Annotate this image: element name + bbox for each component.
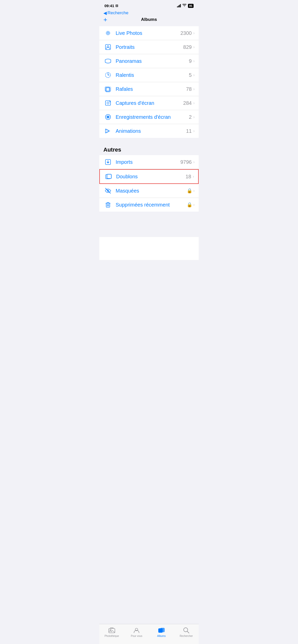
status-time: 09:41 ⊟	[104, 4, 118, 8]
chevron-right-icon: ›	[193, 31, 195, 35]
list-item[interactable]: Masquées 🔒 ›	[99, 184, 199, 198]
rafales-icon	[103, 85, 113, 93]
live-photos-icon	[103, 30, 113, 37]
page-title: Albums	[141, 17, 157, 22]
back-button[interactable]: ◀ Recherche	[103, 10, 195, 16]
doublons-list-item[interactable]: Doublons 18 ›	[99, 169, 199, 184]
item-label: Supprimées récemment	[116, 202, 187, 208]
battery-indicator: 85	[188, 4, 194, 8]
item-label: Enregistrements d'écran	[116, 114, 189, 120]
list-item[interactable]: Ralentis 5 ›	[99, 68, 199, 82]
svg-marker-16	[106, 129, 110, 133]
svg-point-12	[110, 101, 111, 102]
imports-icon	[103, 158, 113, 166]
item-label: Live Photos	[116, 30, 180, 36]
list-item[interactable]: Captures d'écran 284 ›	[99, 96, 199, 110]
chevron-right-icon: ›	[193, 160, 195, 164]
autres-label: Autres	[103, 147, 121, 153]
svg-point-11	[107, 102, 109, 104]
battery-level: 85	[189, 4, 192, 7]
time-label: 09:41	[104, 4, 114, 8]
item-label: Animations	[116, 128, 186, 134]
back-chevron-icon: ◀	[103, 11, 107, 15]
status-icons: 85	[177, 4, 194, 8]
add-album-button[interactable]: +	[103, 16, 107, 23]
item-label: Portraits	[116, 44, 183, 50]
item-count: 11	[186, 128, 192, 134]
item-label: Ralentis	[116, 72, 189, 78]
svg-rect-10	[105, 101, 111, 105]
item-count: 829	[183, 44, 192, 50]
item-label: Panoramas	[116, 58, 189, 64]
item-count: 284	[183, 100, 192, 106]
chevron-right-icon: ›	[193, 188, 195, 193]
masquees-icon	[103, 187, 113, 194]
media-types-section: Live Photos 2300 › Portraits 829 ›	[99, 26, 199, 138]
captures-icon	[103, 99, 113, 107]
svg-rect-21	[107, 174, 111, 179]
item-count: 18	[185, 174, 191, 180]
nav-bar: ◀ Recherche + Albums	[99, 9, 199, 26]
nav-title-row: + Albums	[103, 16, 195, 24]
status-bar: 09:41 ⊟ 85	[99, 0, 199, 9]
chevron-right-icon: ›	[193, 202, 195, 207]
list-item[interactable]: Portraits 829 ›	[99, 40, 199, 54]
item-count: 2300	[180, 30, 192, 36]
autres-section: Imports 9796 › Doublons 18 ›	[99, 155, 199, 212]
content: Live Photos 2300 › Portraits 829 ›	[99, 26, 199, 237]
item-count: 9796	[180, 159, 192, 165]
chevron-right-icon: ›	[193, 59, 195, 63]
svg-point-1	[106, 31, 110, 35]
section-divider	[99, 138, 199, 141]
chevron-right-icon: ›	[193, 174, 194, 179]
item-label: Masquées	[116, 188, 187, 194]
supprimees-icon	[103, 201, 113, 208]
item-label: Captures d'écran	[116, 100, 183, 106]
wifi-icon	[182, 4, 186, 8]
item-count: 9	[189, 58, 192, 64]
lock-icon: 🔒	[187, 202, 192, 208]
screen-record-icon: ⊟	[115, 4, 118, 8]
list-item[interactable]: Panoramas 9 ›	[99, 54, 199, 68]
item-count: 78	[186, 86, 192, 92]
item-label: Imports	[116, 159, 180, 165]
list-item[interactable]: Imports 9796 ›	[99, 155, 199, 169]
list-item[interactable]: Supprimées récemment 🔒 ›	[99, 198, 199, 212]
autres-section-header: Autres	[99, 141, 199, 155]
svg-point-0	[107, 32, 109, 34]
item-count: 5	[189, 72, 192, 78]
list-item[interactable]: Animations 11 ›	[99, 124, 199, 138]
doublons-icon	[104, 173, 113, 180]
chevron-right-icon: ›	[193, 87, 195, 91]
enregistrements-icon	[103, 113, 113, 121]
list-item[interactable]: Enregistrements d'écran 2 ›	[99, 110, 199, 124]
chevron-right-icon: ›	[193, 101, 195, 105]
chevron-right-icon: ›	[193, 115, 195, 119]
item-label: Rafales	[116, 86, 186, 92]
item-count: 2	[189, 114, 192, 120]
ralentis-icon	[103, 71, 113, 79]
chevron-right-icon: ›	[193, 129, 195, 133]
animations-icon	[103, 127, 113, 135]
list-item[interactable]: Live Photos 2300 ›	[99, 26, 199, 40]
back-label: Recherche	[107, 10, 128, 16]
svg-point-15	[107, 116, 109, 118]
list-item[interactable]: Rafales 78 ›	[99, 82, 199, 96]
chevron-right-icon: ›	[193, 73, 195, 77]
signal-icon	[177, 4, 181, 7]
panoramas-icon	[103, 57, 113, 65]
lock-icon: 🔒	[187, 188, 192, 194]
portraits-icon	[103, 43, 113, 51]
chevron-right-icon: ›	[193, 45, 195, 49]
item-label: Doublons	[116, 174, 185, 180]
